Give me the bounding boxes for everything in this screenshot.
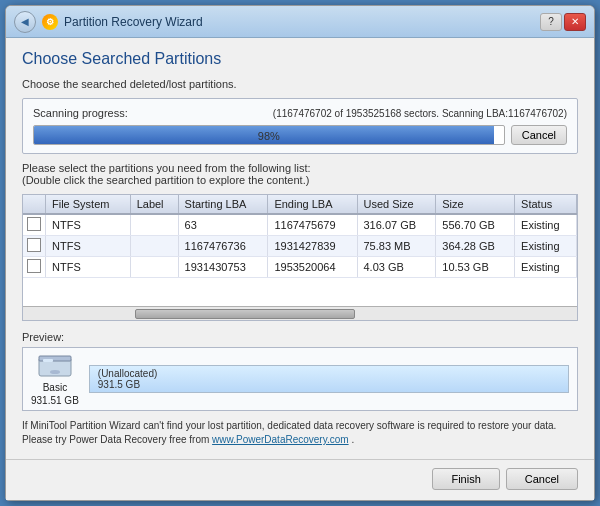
scan-info-row: Scanning progress: (1167476702 of 195352… xyxy=(33,107,567,119)
app-icon: ⚙ xyxy=(42,14,58,30)
scan-label: Scanning progress: xyxy=(33,107,128,119)
row-ending-lba-1: 1931427839 xyxy=(268,236,357,257)
page-subtitle: Choose the searched deleted/lost partiti… xyxy=(22,78,578,90)
svg-point-2 xyxy=(50,370,60,374)
row-starting-lba-2: 1931430753 xyxy=(178,257,268,278)
preview-section: Preview: Basic 931.51 GB (Unalloca xyxy=(22,331,578,411)
row-checkbox-cell xyxy=(23,214,46,236)
row-status-0: Existing xyxy=(515,214,577,236)
svg-rect-3 xyxy=(43,359,53,362)
row-ending-lba-0: 1167475679 xyxy=(268,214,357,236)
col-label: Label xyxy=(130,195,178,214)
partition-bar[interactable]: (Unallocated) 931.5 GB xyxy=(89,365,569,393)
instruction-line1: Please select the partitions you need fr… xyxy=(22,162,578,174)
table-scrollable[interactable]: File System Label Starting LBA Ending LB… xyxy=(23,195,577,306)
scan-box: Scanning progress: (1167476702 of 195352… xyxy=(22,98,578,154)
main-window: ◀ ⚙ Partition Recovery Wizard ? ✕ Choose… xyxy=(5,5,595,501)
title-bar-left: ◀ ⚙ Partition Recovery Wizard xyxy=(14,11,203,33)
row-label-0 xyxy=(130,214,178,236)
col-status: Status xyxy=(515,195,577,214)
row-size-1: 364.28 GB xyxy=(436,236,515,257)
row-size-2: 10.53 GB xyxy=(436,257,515,278)
partition-table-wrapper: File System Label Starting LBA Ending LB… xyxy=(22,194,578,321)
footer-info-text: If MiniTool Partition Wizard can't find … xyxy=(22,419,578,447)
row-label-1 xyxy=(130,236,178,257)
row-filesystem-1: NTFS xyxy=(46,236,131,257)
row-checkbox-cell xyxy=(23,236,46,257)
col-check xyxy=(23,195,46,214)
row-filesystem-0: NTFS xyxy=(46,214,131,236)
page-title: Choose Searched Partitions xyxy=(22,50,578,68)
window-title: Partition Recovery Wizard xyxy=(64,15,203,29)
cancel-button[interactable]: Cancel xyxy=(506,468,578,490)
row-starting-lba-0: 63 xyxy=(178,214,268,236)
partition-unallocated-label: (Unallocated) xyxy=(98,368,157,379)
partition-visual: (Unallocated) 931.5 GB xyxy=(89,365,569,393)
table-row[interactable]: NTFS 1931430753 1953520064 4.03 GB 10.53… xyxy=(23,257,577,278)
scan-info-text: (1167476702 of 1953525168 sectors. Scann… xyxy=(273,108,567,119)
row-status-1: Existing xyxy=(515,236,577,257)
col-size: Size xyxy=(436,195,515,214)
row-checkbox-cell xyxy=(23,257,46,278)
row-checkbox-1[interactable] xyxy=(27,238,41,252)
partition-size-label: 931.5 GB xyxy=(98,379,140,390)
help-button[interactable]: ? xyxy=(540,13,562,31)
content-area: Choose Searched Partitions Choose the se… xyxy=(6,38,594,459)
horizontal-scrollbar[interactable] xyxy=(23,306,577,320)
disk-size-label: 931.51 GB xyxy=(31,395,79,406)
col-filesystem: File System xyxy=(46,195,131,214)
scan-cancel-button[interactable]: Cancel xyxy=(511,125,567,145)
progress-row: 98% Cancel xyxy=(33,125,567,145)
row-starting-lba-1: 1167476736 xyxy=(178,236,268,257)
progress-bar-container: 98% xyxy=(33,125,505,145)
close-button[interactable]: ✕ xyxy=(564,13,586,31)
preview-label: Preview: xyxy=(22,331,578,343)
row-ending-lba-2: 1953520064 xyxy=(268,257,357,278)
back-button[interactable]: ◀ xyxy=(14,11,36,33)
progress-text: 98% xyxy=(34,126,504,145)
instruction-line2: (Double click the searched partition to … xyxy=(22,174,578,186)
row-checkbox-2[interactable] xyxy=(27,259,41,273)
footer-buttons: Finish Cancel xyxy=(6,459,594,500)
table-row[interactable]: NTFS 63 1167475679 316.07 GB 556.70 GB E… xyxy=(23,214,577,236)
row-status-2: Existing xyxy=(515,257,577,278)
title-bar: ◀ ⚙ Partition Recovery Wizard ? ✕ xyxy=(6,6,594,38)
table-row[interactable]: NTFS 1167476736 1931427839 75.83 MB 364.… xyxy=(23,236,577,257)
preview-box: Basic 931.51 GB (Unallocated) 931.5 GB xyxy=(22,347,578,411)
row-label-2 xyxy=(130,257,178,278)
title-bar-controls: ? ✕ xyxy=(540,13,586,31)
scroll-thumb[interactable] xyxy=(135,309,355,319)
disk-type-label: Basic xyxy=(43,382,67,393)
disk-icon-svg xyxy=(37,352,73,380)
row-used-size-1: 75.83 MB xyxy=(357,236,436,257)
finish-button[interactable]: Finish xyxy=(432,468,499,490)
col-used-size: Used Size xyxy=(357,195,436,214)
row-checkbox-0[interactable] xyxy=(27,217,41,231)
row-size-0: 556.70 GB xyxy=(436,214,515,236)
footer-link[interactable]: www.PowerDataRecovery.com xyxy=(212,434,349,445)
row-filesystem-2: NTFS xyxy=(46,257,131,278)
instruction-text: Please select the partitions you need fr… xyxy=(22,162,578,186)
partition-bar-text: (Unallocated) 931.5 GB xyxy=(98,368,157,390)
partition-table: File System Label Starting LBA Ending LB… xyxy=(23,195,577,278)
col-starting-lba: Starting LBA xyxy=(178,195,268,214)
row-used-size-2: 4.03 GB xyxy=(357,257,436,278)
footer-text-part2: Power Data Recovery free from xyxy=(69,434,212,445)
col-ending-lba: Ending LBA xyxy=(268,195,357,214)
disk-icon-group: Basic 931.51 GB xyxy=(31,352,79,406)
row-used-size-0: 316.07 GB xyxy=(357,214,436,236)
table-header-row: File System Label Starting LBA Ending LB… xyxy=(23,195,577,214)
